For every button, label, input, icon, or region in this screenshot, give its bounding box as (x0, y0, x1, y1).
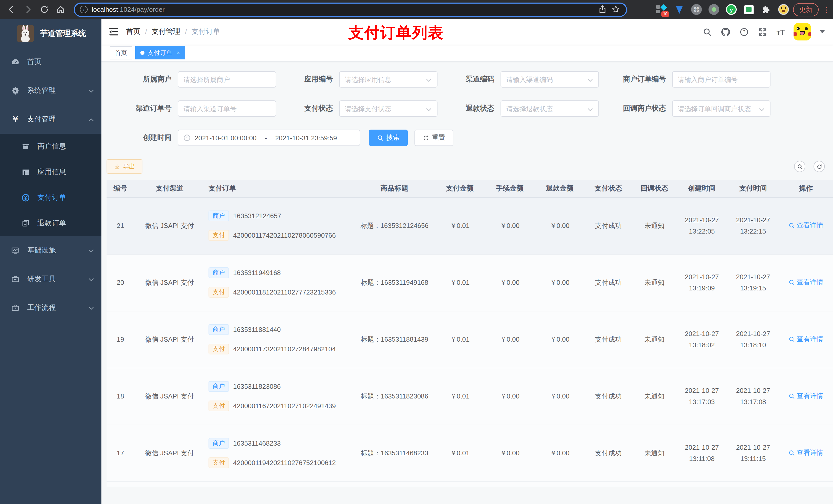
app-input[interactable] (345, 75, 423, 83)
command-extension-icon[interactable]: ⌘ (691, 4, 702, 15)
chevron-down-icon (88, 276, 94, 282)
sidebar-item-merchant-info[interactable]: 商户信息 (0, 134, 101, 159)
sidebar-item-infra[interactable]: 基础设施 (0, 236, 101, 265)
home-icon[interactable] (54, 3, 67, 16)
cell-action: 查看详情 (779, 425, 833, 481)
fullscreen-icon[interactable] (758, 27, 768, 37)
cell-created: 2021-10-2713:19:09 (676, 254, 728, 311)
close-icon[interactable]: × (177, 50, 180, 56)
date-start[interactable]: 2021-10-01 00:00:00 (195, 134, 256, 142)
url-text[interactable]: localhost:1024/pay/order (92, 6, 594, 13)
channel-code-select[interactable] (501, 71, 599, 88)
navbar-actions: ? тT (703, 23, 825, 41)
cell-created: 2021-10-2713:11:08 (676, 425, 728, 481)
tab-pay-order[interactable]: 支付订单 × (135, 46, 185, 59)
address-bar[interactable]: i localhost:1024/pay/order (74, 2, 627, 17)
view-detail-link[interactable]: 查看详情 (788, 221, 823, 230)
view-detail-link[interactable]: 查看详情 (788, 449, 823, 458)
bookmark-star-icon[interactable] (612, 5, 621, 14)
notify-status-select[interactable] (672, 100, 770, 117)
briefcase-icon (11, 303, 20, 312)
merchant-order-no-input[interactable] (678, 75, 765, 83)
search-button[interactable]: 搜索 (369, 129, 408, 146)
order-table: 编号 支付渠道 支付订单 商品标题 支付金额 手续金额 退款金额 支付状态 回调… (106, 180, 833, 486)
view-detail-link[interactable]: 查看详情 (788, 391, 823, 401)
pay-status-input[interactable] (345, 105, 423, 113)
merchant-select[interactable] (178, 71, 276, 88)
site-info-icon[interactable]: i (80, 6, 88, 13)
help-icon[interactable]: ? (739, 27, 749, 37)
extensions-puzzle-icon[interactable] (761, 4, 771, 15)
cell-paid: 2021-10-2713:19:15 (728, 254, 779, 311)
user-caret-icon[interactable] (820, 30, 825, 33)
view-detail-link[interactable]: 查看详情 (788, 278, 823, 287)
sidebar-item-pay-order[interactable]: 支付订单 (0, 185, 101, 211)
pay-order-line: 支付 4200001167202110271022491439 (209, 401, 354, 411)
merchant-input[interactable] (184, 75, 270, 83)
tab-home[interactable]: 首页 (110, 46, 132, 59)
date-range-picker[interactable]: 2021-10-01 00:00:00 - 2021-10-31 23:59:5… (178, 129, 360, 146)
refresh-button[interactable] (813, 161, 825, 172)
refund-status-select[interactable] (501, 100, 599, 117)
chevron-down-icon (88, 88, 94, 94)
sidebar-item-home[interactable]: 首页 (0, 48, 101, 76)
channel-order-no-input[interactable] (184, 105, 270, 113)
merchant-order-no: 1635311823086 (233, 383, 281, 390)
cell-status (584, 481, 633, 486)
merchant-order-no: 1635311468233 (233, 439, 281, 447)
merchant-order-line: 商户 1635311823086 (209, 381, 354, 392)
channel-order-no-field[interactable] (178, 100, 276, 117)
sidebar-item-dev-tools[interactable]: 研发工具 (0, 265, 101, 293)
chevron-down-icon (759, 105, 765, 112)
sidebar-item-label: 商户信息 (38, 142, 66, 151)
table-header-row: 编号 支付渠道 支付订单 商品标题 支付金额 手续金额 退款金额 支付状态 回调… (106, 180, 833, 197)
breadcrumb-home[interactable]: 首页 (126, 27, 140, 37)
cell-id (106, 481, 134, 486)
col-fee: 手续金额 (484, 180, 536, 197)
sidebar-item-workflow[interactable]: 工作流程 (0, 293, 101, 322)
reload-icon[interactable] (38, 3, 50, 16)
cell-status: 支付成功 (584, 254, 633, 311)
back-icon[interactable] (5, 3, 18, 16)
cell-amount (435, 481, 484, 486)
svg-text:?: ? (743, 29, 746, 34)
app-logo[interactable]: 芋道管理系统 (0, 19, 101, 48)
recorder-extension-icon[interactable] (709, 4, 719, 15)
sidekick-extension-icon[interactable]: 10 (656, 4, 667, 15)
browser-menu-icon[interactable]: ⋮ (823, 5, 828, 14)
reset-button[interactable]: 重置 (414, 129, 453, 146)
app-select[interactable] (339, 71, 437, 88)
gem-extension-icon[interactable] (674, 4, 685, 15)
search-icon[interactable] (703, 27, 712, 37)
col-status: 支付状态 (584, 180, 633, 197)
sidebar-item-payment[interactable]: ￥ 支付管理 (0, 105, 101, 134)
refund-status-input[interactable] (506, 105, 584, 113)
user-avatar[interactable] (793, 23, 811, 41)
github-icon[interactable] (721, 27, 731, 37)
sidebar-item-system[interactable]: 系统管理 (0, 76, 101, 105)
y-extension-icon[interactable]: y (726, 4, 737, 15)
cell-action: 查看详情 (779, 368, 833, 425)
merchant-order-no-field[interactable] (672, 71, 770, 88)
emoji-extension-icon[interactable] (778, 4, 789, 15)
view-detail-link[interactable]: 查看详情 (788, 335, 823, 344)
browser-update-button[interactable]: 更新 (793, 3, 819, 16)
share-icon[interactable] (598, 5, 608, 14)
breadcrumb-current: 支付订单 (192, 27, 220, 37)
channel-code-input[interactable] (506, 75, 584, 83)
sidebar-item-refund-order[interactable]: 退款订单 (0, 211, 101, 236)
show-search-button[interactable] (794, 161, 805, 172)
sidebar-item-app-info[interactable]: 应用信息 (0, 159, 101, 185)
export-button[interactable]: 导出 (106, 159, 142, 174)
notify-status-input[interactable] (678, 105, 756, 113)
date-end[interactable]: 2021-10-31 23:59:59 (275, 134, 337, 142)
merchant-order-no: 1635311881440 (233, 326, 281, 333)
merchant-tag: 商户 (209, 381, 229, 392)
pay-status-select[interactable] (339, 100, 437, 117)
pay-order-line: 支付 4200001173202110272847982104 (209, 344, 354, 355)
chat-extension-icon[interactable] (743, 4, 754, 15)
sidebar-fold-icon[interactable] (109, 27, 119, 37)
forward-icon[interactable] (22, 3, 34, 16)
font-size-icon[interactable]: тT (777, 27, 785, 36)
breadcrumb-payment[interactable]: 支付管理 (152, 27, 180, 37)
